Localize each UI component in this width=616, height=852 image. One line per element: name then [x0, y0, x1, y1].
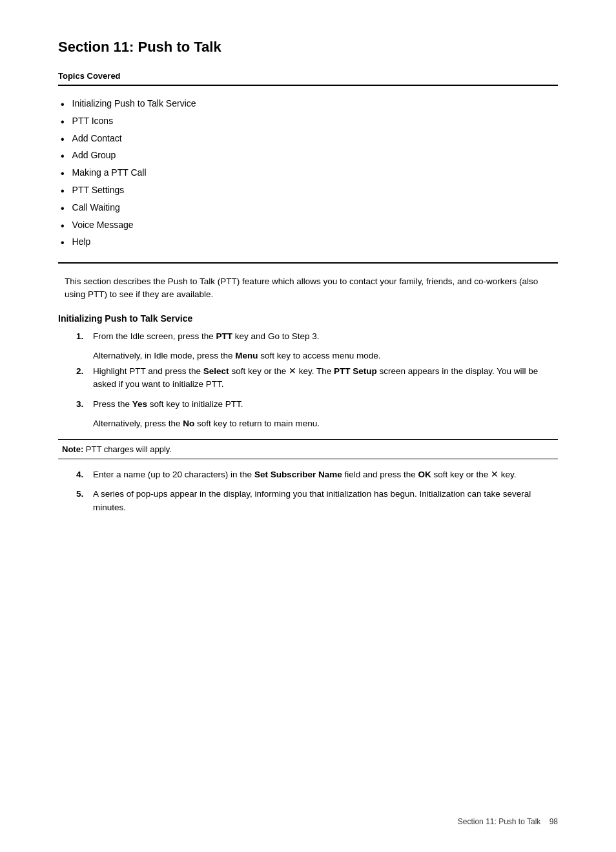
bullet-item: Add Group [58, 148, 558, 165]
step-number: 1. [76, 330, 93, 343]
bullet-item: Voice Message [58, 218, 558, 235]
page: Section 11: Push to Talk Topics Covered … [0, 0, 616, 852]
bullet-item: Add Contact [58, 131, 558, 149]
bullet-item: Call Waiting [58, 200, 558, 218]
step-content: A series of pop-ups appear in the displa… [93, 488, 558, 514]
step-alt: Alternatively, press the No soft key to … [93, 417, 558, 430]
page-title: Section 11: Push to Talk [58, 39, 558, 56]
init-subsection-title: Initializing Push to Talk Service [58, 313, 558, 324]
bullet-item: PTT Icons [58, 114, 558, 131]
topics-covered-label: Topics Covered [58, 71, 558, 81]
step-item: 1.From the Idle screen, press the PTT ke… [58, 330, 558, 343]
step-alt: Alternatively, in Idle mode, press the M… [93, 349, 558, 362]
step-content: Highlight PTT and press the Select soft … [93, 365, 558, 391]
footer-text: Section 11: Push to Talk [458, 817, 541, 826]
note-text: PTT charges will apply. [83, 444, 172, 454]
section-description: This section describes the Push to Talk … [58, 275, 558, 302]
step-item: 5.A series of pop-ups appear in the disp… [58, 488, 558, 514]
footer-page: 98 [549, 817, 558, 826]
step-content: Press the Yes soft key to initialize PTT… [93, 398, 558, 411]
step-content: From the Idle screen, press the PTT key … [93, 330, 558, 343]
step-number: 5. [76, 488, 93, 501]
step-item: 3.Press the Yes soft key to initialize P… [58, 398, 558, 411]
step-item: 4.Enter a name (up to 20 characters) in … [58, 468, 558, 481]
step-number: 3. [76, 398, 93, 411]
page-footer: Section 11: Push to Talk 98 [458, 817, 558, 826]
note-label: Note: [62, 444, 83, 454]
step-number: 2. [76, 365, 93, 378]
bullet-item: Help [58, 234, 558, 252]
bullet-item: Initializing Push to Talk Service [58, 96, 558, 114]
divider-topics [58, 85, 558, 86]
step-content: Enter a name (up to 20 characters) in th… [93, 468, 558, 481]
divider-topics-bottom [58, 262, 558, 264]
note-box: Note: PTT charges will apply. [58, 439, 558, 459]
steps-list-2: 4.Enter a name (up to 20 characters) in … [58, 468, 558, 514]
topics-list: Initializing Push to Talk ServicePTT Ico… [58, 96, 558, 252]
steps-list-1: 1.From the Idle screen, press the PTT ke… [58, 330, 558, 431]
step-number: 4. [76, 468, 93, 481]
bullet-item: Making a PTT Call [58, 165, 558, 183]
bullet-item: PTT Settings [58, 183, 558, 200]
step-item: 2.Highlight PTT and press the Select sof… [58, 365, 558, 391]
